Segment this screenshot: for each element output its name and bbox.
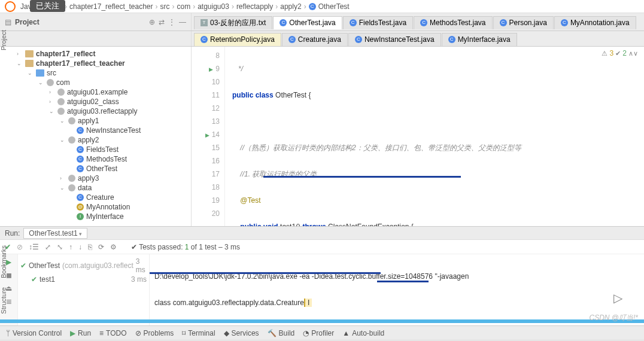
hide-icon[interactable]: — [179,18,186,26]
class-icon: C [309,3,316,10]
tab-build[interactable]: 🔨Build [268,329,295,337]
gear-icon[interactable]: ⚙ [110,243,117,251]
test-tree[interactable]: ✔OtherTest (com.atguigu03.reflect3 ms ✔t… [18,254,150,325]
test-node-child[interactable]: ✔test13 ms [20,275,147,284]
bc-item[interactable]: reflectapply [236,2,273,11]
tree-node[interactable]: CMethodsTest [0,154,191,164]
tab-myinterface[interactable]: CMyInterface.java [442,33,517,46]
tab-creature[interactable]: CCreature.java [282,33,348,46]
history-icon[interactable]: ⟳ [98,243,104,251]
run-title: Run: [5,229,20,238]
editor-tabs-2: CRetentionPolicy.java CCreature.java CNe… [192,32,644,46]
test-node-root[interactable]: ✔OtherTest (com.atguigu03.reflect3 ms [20,257,147,275]
project-tree[interactable]: ›chapter17_reflect ⌄chapter17_reflect_te… [0,47,192,226]
tree-node[interactable]: ⌄data [0,183,191,193]
run-config-chip[interactable]: OtherTest.test1 [23,228,87,239]
test-label: test1 [40,275,55,284]
line-num: 12 [192,102,220,115]
side-tab-project[interactable]: Project [0,30,12,50]
prev-icon[interactable]: ↑ [69,243,72,251]
bc-current[interactable]: OtherTest [318,2,350,11]
collapse-all-icon[interactable]: ⤡ [57,243,63,251]
tree-node[interactable]: ⌄atguigu03.reflectapply [0,106,191,116]
bc-item[interactable]: atguigu03 [198,2,229,11]
bc-item[interactable]: apply2 [280,2,301,11]
expand-icon[interactable]: ⇄ [159,18,165,26]
tab-txt[interactable]: T03-反射的应用.txt [194,16,272,29]
tab-terminal[interactable]: ⌑Terminal [182,329,215,337]
line-num[interactable]: 14 [192,128,220,141]
tab-services[interactable]: ◆Services [224,329,259,337]
side-tab-bookmarks[interactable]: Bookmarks [0,245,12,278]
tab-person[interactable]: CPerson.java [493,16,554,29]
line-num: 8 [192,49,220,62]
tab-newinstancetest[interactable]: CNewInstanceTest.java [348,33,441,46]
run-toolbar: ✔ ⊘ ↕☰ ⤢ ⤡ ↑ ↓ ⎘ ⟳ ⚙ ✔ Tests passed: 1 o… [0,240,644,254]
collapse-icon[interactable]: ⊕ [149,18,155,26]
tab-methodstest[interactable]: CMethodsTest.java [414,16,492,29]
code-line: public void test1() throws ClassNotFound… [232,220,644,226]
export-icon[interactable]: ⎘ [88,243,92,251]
tree-node[interactable]: ⌄chapter17_reflect_teacher [0,59,191,68]
tree-label: FieldsTest [86,145,119,154]
tree-node[interactable]: ⌄apply1 [0,116,191,126]
fail-icon[interactable]: ⊘ [17,243,23,251]
tree-node[interactable]: CFieldsTest [0,145,191,154]
class-icon: C [77,156,84,163]
tab-run[interactable]: ▶Run [70,329,91,337]
tab-label: 03-反射的应用.txt [210,18,266,28]
tree-node[interactable]: ⌄src [0,68,191,78]
tests-summary: ✔ Tests passed: 1 of 1 test – 3 ms [131,243,240,251]
bc-item[interactable]: chapter17_reflect_teacher [69,2,153,11]
module-icon [25,50,34,57]
tab-fieldstest[interactable]: CFieldsTest.java [343,16,413,29]
bc-item[interactable]: com [177,2,190,11]
side-tab-structure[interactable]: Structure [0,287,12,314]
tree-node[interactable]: ›atguigu01.example [0,87,191,97]
tree-node[interactable]: ›apply3 [0,173,191,183]
tree-node[interactable]: CCreature [0,193,191,202]
tab-autobuild[interactable]: ▲Auto-build [342,329,384,337]
tree-node[interactable]: ›chapter17_reflect [0,49,191,59]
package-icon [68,175,75,182]
console-output[interactable]: D:\develop_tools\JDK\jdk-17.0.2\bin\java… [150,254,644,325]
tab-todo[interactable]: ≡TODO [99,329,126,337]
tree-node[interactable]: ⌄apply2 [0,135,191,145]
sort-icon[interactable]: ↕☰ [29,243,39,251]
tree-node[interactable]: ⌄com [0,78,191,87]
package-icon [68,184,75,191]
code-editor[interactable]: 8 9 10 11 12 13 14 15 16 17 18 19 20 */ … [192,47,644,226]
project-dropdown-icon[interactable]: ▤ [5,18,11,26]
tab-version-control[interactable]: ᛘVersion Control [6,329,62,337]
tab-myannotation[interactable]: CMyAnnotation.java [554,16,636,29]
settings-icon[interactable]: ⋮ [168,18,175,26]
bc-item[interactable]: src [160,2,169,11]
tree-node[interactable]: @MyAnnotation [0,202,191,212]
tab-othertest[interactable]: COtherTest.java [273,16,342,29]
package-icon [68,117,75,124]
inspection-badge[interactable]: ⚠ 3 ✔ 2 ∧∨ [602,49,638,57]
tree-node[interactable]: COtherTest [0,164,191,173]
tab-retentionpolicy[interactable]: CRetentionPolicy.java [194,33,281,46]
tree-node[interactable]: CNewInstanceTest [0,126,191,135]
line-num: 16 [192,154,220,168]
code-body[interactable]: */ public class OtherTest { //（熟悉）获取运行时类… [225,47,644,226]
test-ms: 3 ms [131,275,147,284]
tab-label: Creature.java [298,35,341,44]
tab-problems[interactable]: ⊘Problems [135,329,174,337]
tree-node[interactable]: ›atguigu02_class [0,97,191,106]
annotation-underline [150,272,381,274]
java-icon: C [350,19,357,26]
line-num: 13 [192,115,220,128]
line-num[interactable]: 9 [192,62,220,75]
todo-icon: ≡ [99,329,104,337]
tree-node[interactable]: IMyInterface [0,212,191,221]
annotation-icon: @ [77,203,84,211]
next-icon[interactable]: ↓ [78,243,82,251]
tab-profiler[interactable]: ◔Profiler [303,329,334,337]
tree-label: apply3 [78,174,99,182]
package-icon [68,136,75,144]
expand-all-icon[interactable]: ⤢ [45,243,51,251]
app-logo-icon [5,1,16,12]
video-play-overlay[interactable]: ▷ [600,285,636,311]
